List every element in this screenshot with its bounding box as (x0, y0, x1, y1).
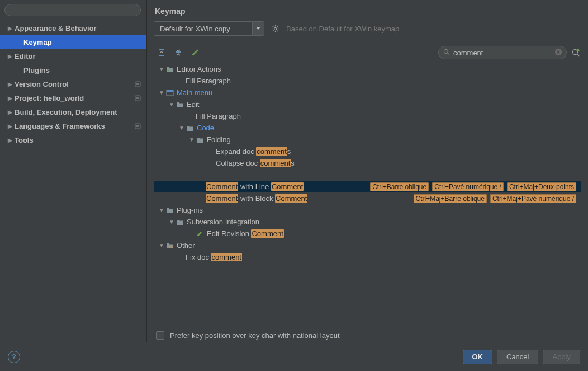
tree-row[interactable]: Collapse doc comments (154, 157, 581, 169)
svg-rect-23 (197, 50, 198, 51)
pencil-icon (196, 231, 205, 237)
chevron-right-icon: ▶ (8, 109, 15, 115)
svg-line-18 (273, 30, 274, 31)
folder-icon (165, 207, 174, 214)
chevron-right-icon: ▶ (8, 137, 15, 143)
sidebar-item-keymap[interactable]: Keymap (0, 35, 146, 49)
sidebar-item-editor[interactable]: ▶Editor (0, 49, 146, 63)
expand-all-icon[interactable] (157, 48, 166, 57)
svg-line-19 (277, 26, 278, 27)
folder-icon (186, 125, 195, 132)
chevron-right-icon: ▶ (8, 95, 15, 101)
tree-row-label: Fill Paragraph (196, 112, 241, 120)
sidebar-search-input[interactable] (4, 4, 141, 16)
tree-row[interactable]: - - - - - - - - - - - - (154, 169, 581, 181)
apply-button[interactable]: Apply (543, 350, 580, 364)
tree-row-label: Editor Actions (177, 65, 221, 73)
tree-toggle-icon[interactable]: ▼ (188, 137, 196, 143)
project-badge-icon (135, 123, 141, 129)
gear-icon[interactable] (269, 25, 282, 33)
tree-row[interactable]: ▼Main menu (154, 87, 581, 98)
tree-row[interactable]: Expand doc comments (154, 145, 581, 157)
svg-rect-2 (135, 82, 140, 87)
project-badge-icon (135, 81, 141, 87)
tree-filter-wrap (438, 46, 567, 59)
svg-rect-8 (135, 124, 140, 129)
tree-toggle-icon[interactable]: ▼ (168, 101, 176, 107)
sidebar-item-appearance-behavior[interactable]: ▶Appearance & Behavior (0, 21, 146, 35)
keymap-selector-row: Default for XWin copy Based on Default f… (154, 21, 581, 40)
tree-row-label: Edit (187, 100, 199, 109)
tree-row-label: Edit Revision Comment (207, 229, 284, 238)
sidebar-item-languages-frameworks[interactable]: ▶Languages & Frameworks (0, 119, 146, 133)
project-badge-icon (135, 95, 141, 101)
svg-rect-32 (168, 69, 169, 71)
svg-line-17 (277, 30, 278, 31)
tree-row[interactable]: Fill Paragraph (154, 110, 581, 122)
chevron-right-icon: ▶ (8, 81, 15, 87)
tree-toggle-icon[interactable]: ▼ (158, 242, 165, 248)
sidebar-item-version-control[interactable]: ▶Version Control (0, 77, 146, 91)
tree-toggle-icon[interactable]: ▼ (158, 90, 165, 96)
keymap-tree[interactable]: ▼Editor ActionsFill Paragraph▼Main menu▼… (154, 63, 581, 321)
tree-row[interactable]: Fill Paragraph (154, 75, 581, 87)
help-icon[interactable]: ? (8, 351, 20, 363)
folder-icon (176, 101, 184, 108)
tree-row-label: Plug-ins (177, 206, 203, 214)
sidebar-item-build-execution-deployment[interactable]: ▶Build, Execution, Deployment (0, 105, 146, 119)
shortcut-badge: Ctrl+Maj+Deux-points (507, 182, 576, 191)
sidebar-item-project-hello-world[interactable]: ▶Project: hello_world (0, 91, 146, 105)
tree-row[interactable]: ▼Subversion Integration (154, 216, 581, 228)
edit-shortcut-icon[interactable] (191, 48, 200, 57)
svg-point-31 (577, 49, 580, 52)
prefer-position-row: Prefer key position over key char with n… (154, 325, 581, 342)
page-title: Keymap (154, 4, 581, 21)
collapse-all-icon[interactable] (174, 48, 183, 57)
tree-row[interactable]: ▼Plug-ins (154, 204, 581, 216)
menu-icon (165, 90, 174, 96)
tree-toggle-icon[interactable]: ▼ (178, 125, 186, 131)
tree-divider: - - - - - - - - - - - - (216, 172, 272, 179)
sidebar-item-tools[interactable]: ▶Tools (0, 133, 146, 147)
chevron-right-icon: ▶ (8, 25, 15, 31)
svg-rect-5 (135, 96, 140, 101)
tree-row[interactable]: Comment with Line CommentCtrl+Barre obli… (154, 181, 581, 192)
tree-row[interactable]: Fix doc comment (154, 251, 581, 263)
tree-row[interactable]: ▼Code (154, 122, 581, 134)
tree-toggle-icon[interactable]: ▼ (158, 66, 165, 72)
folder-icon (176, 219, 184, 226)
tree-row[interactable]: ▼Other (154, 239, 581, 251)
sidebar-item-label: Build, Execution, Deployment (15, 108, 117, 116)
tree-row[interactable]: ▼Edit (154, 98, 581, 110)
sidebar-item-label: Plugins (23, 66, 50, 74)
tree-row[interactable]: ▼Editor Actions (154, 63, 581, 75)
clear-filter-icon[interactable] (554, 48, 562, 56)
svg-rect-35 (167, 90, 173, 92)
sidebar-item-plugins[interactable]: Plugins (0, 63, 146, 77)
folder-other-icon (165, 242, 174, 249)
content-pane: Keymap Default for XWin copy Based on De… (147, 0, 588, 342)
find-by-shortcut-icon[interactable] (571, 48, 580, 57)
tree-toggle-icon[interactable]: ▼ (158, 207, 165, 213)
based-on-label: Based on Default for XWin keymap (286, 25, 399, 33)
ok-button[interactable]: OK (463, 350, 493, 364)
sidebar-search-wrap (4, 4, 142, 16)
tree-row-label: Fix doc comment (186, 253, 242, 261)
sidebar-item-label: Project: hello_world (15, 94, 84, 102)
sidebar-item-label: Tools (15, 136, 34, 144)
cancel-button[interactable]: Cancel (497, 350, 538, 364)
shortcut-badge: Ctrl+Maj+Barre oblique (414, 194, 487, 203)
tree-filter-input[interactable] (438, 46, 567, 59)
tree-row[interactable]: Edit Revision Comment (154, 228, 581, 239)
tree-row-label: Folding (207, 135, 231, 144)
tree-row[interactable]: ▼Folding (154, 134, 581, 145)
tree-row[interactable]: Comment with Block CommentCtrl+Maj+Barre… (154, 192, 581, 204)
shortcut-badge: Ctrl+Barre oblique (370, 182, 429, 191)
keymap-dropdown[interactable]: Default for XWin copy (154, 21, 264, 36)
svg-point-11 (274, 27, 276, 30)
prefer-position-checkbox[interactable] (156, 331, 164, 340)
keymap-dropdown-button[interactable] (252, 21, 264, 36)
prefer-position-label: Prefer key position over key char with n… (170, 331, 340, 340)
sidebar-nav: ▶Appearance & BehaviorKeymap▶EditorPlugi… (0, 18, 146, 147)
tree-toggle-icon[interactable]: ▼ (168, 219, 176, 225)
